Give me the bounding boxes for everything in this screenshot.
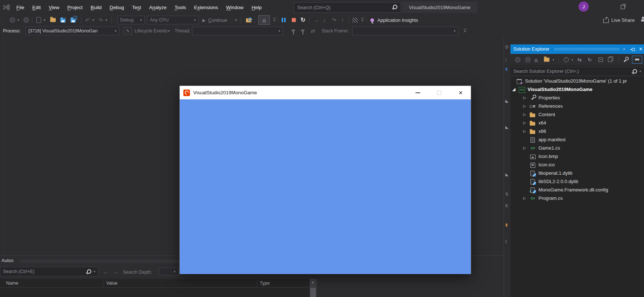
- continue-button[interactable]: ▶ Continue: [202, 17, 227, 23]
- autohide-tab-glyph[interactable]: (: [505, 239, 507, 243]
- game-minimize-button[interactable]: [410, 86, 426, 99]
- se-back-button[interactable]: ‹: [515, 57, 521, 63]
- column-header-name[interactable]: Name: [6, 281, 18, 286]
- break-all-button[interactable]: [282, 18, 286, 22]
- game-close-button[interactable]: ×: [453, 86, 469, 99]
- autohide-tab-glyph[interactable]: E: [505, 204, 508, 208]
- expand-arrow-icon[interactable]: ▷: [523, 130, 530, 133]
- close-panel-button[interactable]: ×: [637, 44, 644, 54]
- solution-explorer-header[interactable]: Solution Explorer ▾ ×: [510, 44, 644, 54]
- application-insights-dropdown[interactable]: ▾: [410, 19, 412, 22]
- solution-configuration-combo[interactable]: Debug ▾: [117, 16, 145, 24]
- window-position-dropdown[interactable]: ▾: [620, 44, 628, 54]
- refresh-button[interactable]: ↻: [588, 57, 592, 62]
- autohide-tab-glyph[interactable]: ◣: [505, 125, 508, 129]
- search-next-button[interactable]: →: [113, 269, 118, 274]
- expand-arrow-icon[interactable]: ▷: [523, 104, 530, 108]
- thread-combo[interactable]: ▾: [192, 27, 283, 35]
- menu-item[interactable]: Tools: [171, 5, 190, 10]
- tree-item[interactable]: ▷ Program.cs: [510, 194, 644, 202]
- expand-arrow-icon[interactable]: ◢: [512, 87, 519, 91]
- column-header-value[interactable]: Value: [106, 281, 118, 286]
- new-file-button[interactable]: [36, 17, 41, 23]
- preview-selected-items-toggle[interactable]: [632, 56, 642, 64]
- expand-arrow-icon[interactable]: ▷: [523, 146, 530, 150]
- undo-dropdown[interactable]: ▾: [92, 19, 94, 22]
- shell-restore-button[interactable]: [621, 5, 625, 9]
- tree-item[interactable]: ▷ x64: [510, 119, 644, 127]
- pending-changes-filter-button[interactable]: [564, 57, 569, 62]
- step-into-button[interactable]: ↓: [323, 17, 326, 23]
- switch-views-button[interactable]: [544, 58, 549, 62]
- column-resizer[interactable]: [103, 280, 103, 287]
- game-maximize-button[interactable]: [431, 86, 447, 99]
- chevron-down-icon[interactable]: ▾: [94, 270, 95, 273]
- save-button[interactable]: [60, 17, 65, 23]
- diagnostics-home-toggle[interactable]: ⌂: [258, 15, 270, 25]
- menu-item[interactable]: Debug: [106, 5, 128, 10]
- tree-item[interactable]: Icon.ico: [510, 161, 644, 169]
- avatar[interactable]: J: [579, 1, 589, 12]
- autohide-tab-glyph[interactable]: ◣: [505, 173, 508, 177]
- toolbar-overflow-button[interactable]: ▾: [272, 18, 277, 22]
- filter-threads-button[interactable]: [291, 30, 295, 32]
- menu-item[interactable]: Help: [247, 5, 266, 10]
- game-client-area[interactable]: [180, 99, 471, 274]
- show-next-statement-button[interactable]: →: [314, 17, 319, 23]
- toolbar-grip[interactable]: [277, 17, 279, 23]
- navigate-back-dropdown[interactable]: ▾: [17, 19, 19, 22]
- step-over-button[interactable]: ↷: [332, 17, 336, 23]
- autohide-tab-glyph[interactable]: S: [505, 192, 508, 196]
- tree-item[interactable]: MonoGame.Framework.dll.config: [510, 186, 644, 194]
- filter-dropdown[interactable]: ▾: [572, 58, 573, 61]
- lifecycle-events-button[interactable]: ϟ: [124, 27, 132, 35]
- scroll-up-icon[interactable]: ▲: [311, 280, 314, 284]
- navigate-back-button[interactable]: ‹: [9, 17, 15, 23]
- expand-arrow-icon[interactable]: ▷: [523, 121, 530, 125]
- scrollbar-thumb[interactable]: [310, 288, 316, 297]
- toolbar-overflow-button[interactable]: ▾: [360, 18, 365, 22]
- search-icon[interactable]: [633, 69, 637, 74]
- new-file-dropdown[interactable]: ▾: [44, 19, 45, 22]
- properties-button[interactable]: [623, 57, 628, 62]
- navigate-forward-button[interactable]: ›: [23, 17, 29, 23]
- menu-item[interactable]: Window: [222, 5, 247, 10]
- menu-item[interactable]: View: [45, 5, 63, 10]
- column-resizer[interactable]: [257, 280, 257, 287]
- autohide-tab-glyph[interactable]: ▮: [505, 67, 508, 71]
- autohide-tab-glyph[interactable]: ¦: [505, 58, 506, 62]
- live-share-button[interactable]: Live Share: [603, 16, 635, 24]
- auto-hide-pin-button[interactable]: [629, 44, 636, 54]
- tree-item[interactable]: Icon.bmp: [510, 152, 644, 161]
- tree-item[interactable]: ▷ References: [510, 102, 644, 110]
- redo-dropdown[interactable]: ▾: [106, 19, 107, 22]
- save-all-button[interactable]: [71, 17, 76, 23]
- search-prev-button[interactable]: ←: [103, 269, 109, 274]
- solution-platform-combo[interactable]: Any CPU ▾: [147, 16, 199, 24]
- menu-item[interactable]: Edit: [28, 5, 45, 10]
- autos-search-input[interactable]: Search (Ctrl+E) ▾: [0, 267, 98, 276]
- project-node[interactable]: ◢ VisualStudio2019MonoGame: [510, 85, 644, 94]
- autos-vertical-scrollbar[interactable]: ▲: [310, 279, 317, 297]
- se-forward-button[interactable]: ›: [525, 57, 531, 63]
- undo-button[interactable]: ↶: [85, 17, 90, 23]
- menu-item[interactable]: Build: [87, 5, 106, 10]
- game-window-titlebar[interactable]: VisualStudio2019MonoGame: [180, 86, 471, 99]
- open-file-button[interactable]: [50, 18, 56, 22]
- toolbar-overflow-button[interactable]: ▾: [463, 29, 467, 33]
- solution-explorer-search-input[interactable]: Search Solution Explorer (Ctrl+;) ▾: [510, 67, 644, 76]
- breakpoints-window-button[interactable]: [352, 17, 358, 23]
- tree-item[interactable]: ▷ Game1.cs: [510, 144, 644, 152]
- show-threads-in-source-button[interactable]: ⇄: [311, 28, 315, 33]
- stack-frame-combo[interactable]: ▾: [352, 27, 458, 35]
- tree-item[interactable]: libopenal.1.dylib: [510, 169, 644, 177]
- expand-arrow-icon[interactable]: ▷: [523, 113, 530, 116]
- toolbar-grip[interactable]: [1, 17, 3, 23]
- collapse-all-button[interactable]: [599, 58, 603, 62]
- redo-button[interactable]: ↷: [98, 17, 103, 23]
- menu-item[interactable]: Test: [128, 5, 145, 10]
- menu-item[interactable]: Analyze: [145, 5, 171, 10]
- column-header-type[interactable]: Type: [260, 281, 270, 286]
- solution-node[interactable]: Solution 'VisualStudio2019MonoGame' (1 o…: [510, 77, 644, 85]
- expand-arrow-icon[interactable]: ▷: [523, 96, 530, 100]
